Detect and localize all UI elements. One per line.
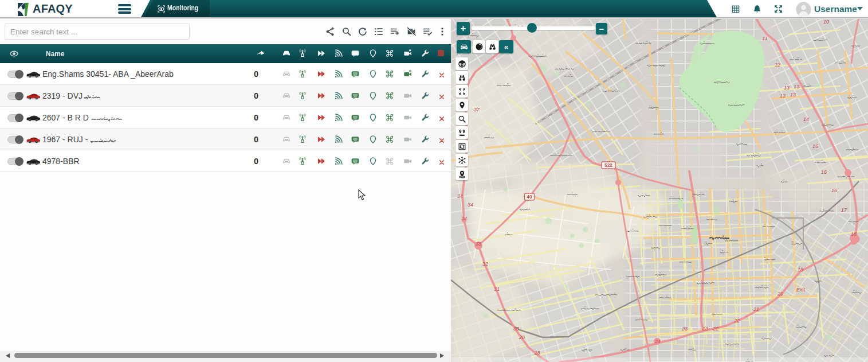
svg-text:522: 522 bbox=[604, 162, 612, 168]
svg-text:10: 10 bbox=[823, 19, 829, 25]
svg-text:32: 32 bbox=[482, 261, 488, 267]
svg-text:40: 40 bbox=[527, 194, 532, 200]
svg-text:20: 20 bbox=[777, 291, 783, 297]
svg-text:11: 11 bbox=[762, 36, 767, 41]
svg-text:15: 15 bbox=[812, 143, 819, 149]
svg-text:30: 30 bbox=[513, 326, 519, 332]
svg-text:13: 13 bbox=[780, 93, 785, 99]
svg-text:34: 34 bbox=[461, 216, 467, 221]
svg-text:14: 14 bbox=[803, 116, 809, 122]
svg-text:31: 31 bbox=[494, 286, 500, 292]
svg-text:17: 17 bbox=[841, 207, 847, 213]
svg-text:16: 16 bbox=[821, 169, 827, 175]
svg-text:24: 24 bbox=[654, 338, 661, 344]
svg-text:18: 18 bbox=[851, 231, 857, 237]
svg-text:33: 33 bbox=[476, 241, 481, 247]
svg-text:13: 13 bbox=[794, 84, 799, 89]
svg-text:23: 23 bbox=[681, 326, 688, 332]
svg-text:13: 13 bbox=[790, 92, 796, 98]
svg-text:28: 28 bbox=[534, 350, 540, 356]
svg-text:16: 16 bbox=[831, 188, 837, 193]
svg-text:Exit: Exit bbox=[796, 287, 806, 293]
svg-text:12: 12 bbox=[775, 62, 780, 68]
svg-text:22: 22 bbox=[712, 326, 718, 332]
svg-text:34: 34 bbox=[468, 202, 473, 208]
svg-text:23: 23 bbox=[702, 326, 708, 332]
svg-text:37: 37 bbox=[474, 107, 480, 112]
svg-text:28: 28 bbox=[519, 334, 525, 340]
svg-text:21: 21 bbox=[753, 306, 759, 312]
svg-text:34: 34 bbox=[457, 193, 463, 199]
svg-text:19: 19 bbox=[798, 267, 803, 273]
svg-text:13: 13 bbox=[784, 85, 790, 91]
svg-text:22: 22 bbox=[733, 318, 740, 324]
